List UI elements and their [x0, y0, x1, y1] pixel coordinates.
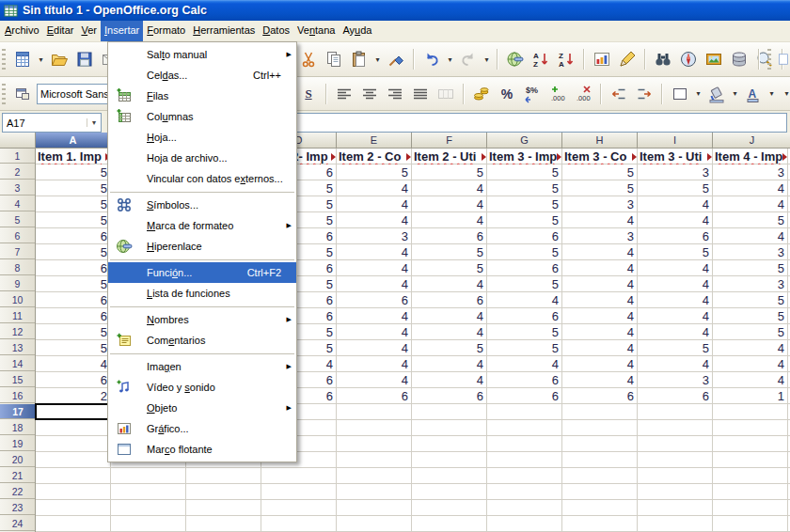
align-center-button[interactable] — [358, 83, 381, 105]
cell-j8[interactable]: 5 — [713, 260, 787, 276]
cell-e15[interactable]: 4 — [337, 372, 411, 388]
cell-i5[interactable]: 4 — [638, 212, 712, 228]
cell-h12[interactable]: 4 — [562, 324, 637, 340]
row-header-9[interactable]: 9 — [0, 276, 35, 291]
cell-i15[interactable]: 3 — [638, 372, 712, 388]
undo-button[interactable] — [420, 48, 443, 70]
column-header-i[interactable]: I — [638, 133, 713, 148]
increase-indent-button[interactable] — [633, 83, 656, 105]
insert-menu-item-vincular-con-datos-externos[interactable]: Vincular con datos externos... — [108, 168, 296, 189]
column-header-a[interactable]: A — [36, 133, 111, 148]
cell-e8[interactable]: 4 — [337, 260, 411, 276]
hyperlink-button[interactable] — [504, 48, 527, 70]
cell-a4[interactable]: 5 — [36, 196, 110, 212]
merge-cells-button[interactable] — [434, 83, 457, 105]
column-header-j[interactable]: J — [713, 133, 790, 148]
add-decimal-button[interactable]: .000 — [546, 83, 569, 105]
insert-menu-item-comentarios[interactable]: Comentarios — [108, 330, 296, 351]
align-justify-button[interactable] — [409, 83, 432, 105]
name-box-dropdown-icon[interactable]: ▾ — [87, 118, 101, 127]
row-header-3[interactable]: 3 — [0, 180, 35, 196]
cell-h11[interactable]: 4 — [562, 308, 637, 324]
cell-j10[interactable]: 5 — [713, 292, 787, 308]
partial-docked-button[interactable] — [777, 48, 790, 70]
save-button[interactable] — [73, 48, 96, 70]
cell-h15[interactable]: 4 — [562, 372, 637, 388]
insert-menu-item-función[interactable]: Función...Ctrl+F2 — [108, 262, 296, 283]
gallery-button[interactable] — [703, 48, 725, 70]
insert-menu-item-hoja[interactable]: Hoja... — [108, 127, 296, 148]
cell-h13[interactable]: 4 — [562, 340, 637, 356]
row-header-2[interactable]: 2 — [0, 164, 35, 180]
cell-f10[interactable]: 6 — [412, 292, 486, 308]
cell-a13[interactable]: 5 — [36, 340, 110, 356]
cell-i8[interactable]: 4 — [638, 260, 712, 276]
insert-menu-item-nombres[interactable]: Nombres▶ — [108, 309, 296, 330]
cell-g11[interactable]: 6 — [487, 308, 561, 324]
cell-h1[interactable]: Item 3 - Co — [562, 149, 637, 164]
row-header-23[interactable]: 23 — [0, 500, 35, 515]
toolbar-grip[interactable] — [2, 49, 6, 70]
insert-menu-item-columnas[interactable]: Columnas — [108, 106, 296, 127]
data-sources-button[interactable] — [728, 48, 750, 70]
row-header-12[interactable]: 12 — [0, 324, 35, 339]
percent-button[interactable]: % — [496, 83, 518, 105]
insert-menu-item-objeto[interactable]: Objeto▶ — [108, 398, 296, 418]
select-all-corner[interactable] — [0, 133, 36, 149]
cell-h2[interactable]: 5 — [562, 164, 637, 180]
cell-g7[interactable]: 5 — [487, 244, 561, 260]
insert-menu-item-marco-flotante[interactable]: Marco flotante — [108, 439, 296, 460]
cell-f7[interactable]: 5 — [412, 244, 486, 260]
cell-j2[interactable]: 3 — [713, 164, 787, 180]
underline-button[interactable]: S — [297, 83, 320, 105]
name-box[interactable]: A17 ▾ — [2, 113, 102, 133]
cell-i1[interactable]: Item 3 - Uti — [638, 149, 712, 164]
insert-menu-item-hiperenlace[interactable]: Hiperenlace — [108, 236, 296, 257]
cell-a7[interactable]: 5 — [36, 244, 110, 260]
cell-g16[interactable]: 6 — [487, 388, 561, 404]
row-header-13[interactable]: 13 — [0, 340, 35, 355]
cell-j6[interactable]: 4 — [713, 228, 787, 244]
cell-e10[interactable]: 6 — [337, 292, 411, 308]
menubar-item-insertar[interactable]: Insertar — [101, 21, 143, 41]
cell-i4[interactable]: 4 — [638, 196, 712, 212]
cell-j16[interactable]: 1 — [713, 388, 787, 404]
cell-e6[interactable]: 3 — [337, 228, 411, 244]
row-header-6[interactable]: 6 — [0, 228, 35, 243]
cell-cursor[interactable] — [35, 403, 111, 420]
cell-a2[interactable]: 5 — [36, 164, 110, 180]
cell-f4[interactable]: 4 — [412, 196, 486, 212]
cell-g12[interactable]: 5 — [487, 324, 561, 340]
cell-j3[interactable]: 4 — [713, 180, 787, 196]
cell-f11[interactable]: 4 — [412, 308, 486, 324]
insert-menu-item-filas[interactable]: Filas — [108, 86, 296, 106]
row-header-19[interactable]: 19 — [0, 436, 35, 451]
cell-i9[interactable]: 4 — [638, 276, 712, 292]
cell-i12[interactable]: 4 — [638, 324, 712, 340]
cell-a11[interactable]: 6 — [36, 308, 110, 324]
font-color-button[interactable]: A — [742, 83, 765, 105]
font-color-dropdown-icon[interactable]: ▾ — [767, 89, 776, 98]
redo-dropdown-icon[interactable]: ▾ — [482, 55, 491, 64]
cell-a1[interactable]: Item 1. Imp — [36, 149, 110, 164]
cell-g15[interactable]: 6 — [487, 372, 561, 388]
cell-h14[interactable]: 4 — [562, 356, 637, 372]
find-replace-button[interactable] — [652, 48, 674, 70]
paste-button[interactable] — [348, 48, 371, 70]
cell-i16[interactable]: 6 — [638, 388, 712, 404]
cell-f3[interactable]: 4 — [412, 180, 486, 196]
delete-decimal-button[interactable]: .000 — [572, 83, 594, 105]
cell-a8[interactable]: 6 — [36, 260, 110, 276]
column-header-h[interactable]: H — [562, 133, 638, 148]
format-paintbrush-button[interactable] — [385, 48, 407, 70]
cell-e4[interactable]: 4 — [337, 196, 411, 212]
background-color-button[interactable] — [705, 83, 728, 105]
row-header-18[interactable]: 18 — [0, 420, 35, 435]
styles-window-button[interactable] — [11, 83, 34, 105]
cell-f8[interactable]: 5 — [412, 260, 486, 276]
row-header-14[interactable]: 14 — [0, 356, 35, 371]
currency-button[interactable] — [470, 83, 493, 105]
cell-e12[interactable]: 4 — [337, 324, 411, 340]
cell-e16[interactable]: 6 — [337, 388, 411, 404]
cell-e3[interactable]: 4 — [337, 180, 411, 196]
